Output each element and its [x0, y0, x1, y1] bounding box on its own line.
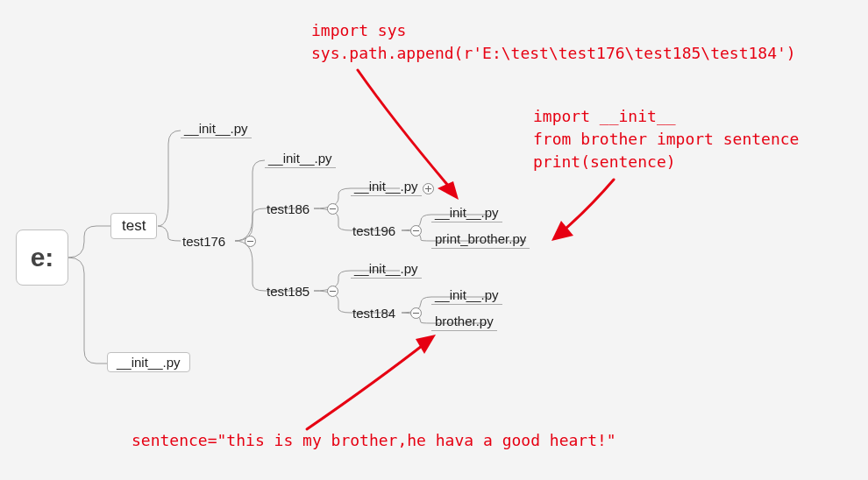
- tree-leaf-print-brother: print_brother.py: [431, 231, 530, 249]
- code-annotation-bottom: sentence="this is my brother,he hava a g…: [132, 431, 616, 449]
- expand-toggle-test185[interactable]: [327, 286, 338, 297]
- tree-leaf-test185-init: __init__.py: [351, 261, 422, 279]
- tree-node-test185: test185: [265, 282, 315, 300]
- code-annotation-right-line2: from brother import sentence: [533, 130, 799, 148]
- tree-leaf-test176-init: __init__.py: [265, 151, 336, 168]
- expand-toggle-test186-init[interactable]: [423, 183, 434, 194]
- tree-node-root: e:: [16, 229, 68, 286]
- tree-leaf-test-init: __init__.py: [181, 121, 252, 138]
- code-annotation-right-line1: import __init__: [533, 107, 676, 125]
- expand-toggle-test184[interactable]: [410, 307, 422, 319]
- code-annotation-top-line1: import sys: [311, 21, 406, 39]
- tree-leaf-brother: brother.py: [431, 314, 497, 331]
- code-annotation-right-line3: print(sentence): [533, 152, 676, 171]
- expand-toggle-test176[interactable]: [245, 236, 256, 247]
- tree-leaf-test186-init: __init__.py: [351, 179, 422, 196]
- tree-node-test: test: [110, 213, 157, 239]
- expand-toggle-test196[interactable]: [410, 225, 422, 236]
- tree-leaf-test196-init: __init__.py: [431, 205, 502, 222]
- tree-node-test186: test186: [265, 200, 315, 218]
- tree-node-test184: test184: [351, 304, 401, 322]
- tree-leaf-test184-init: __init__.py: [431, 287, 502, 305]
- tree-node-e-init: __init__.py: [107, 352, 190, 372]
- tree-node-test196: test196: [351, 222, 401, 240]
- expand-toggle-test186[interactable]: [327, 203, 338, 215]
- tree-node-test176: test176: [181, 232, 231, 251]
- code-annotation-top-line2: sys.path.append(r'E:\test\test176\test18…: [311, 44, 796, 62]
